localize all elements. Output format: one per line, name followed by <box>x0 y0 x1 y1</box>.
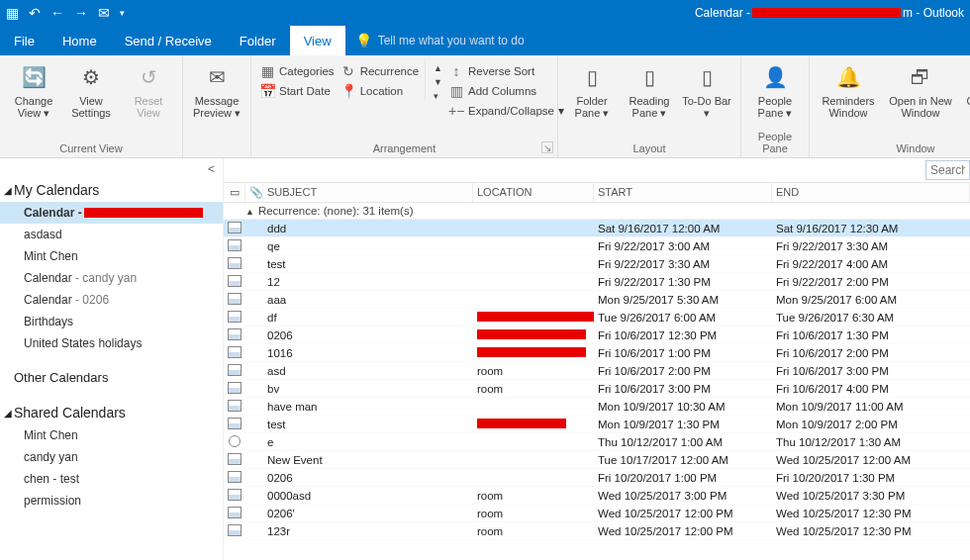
sidebar-calendar-item[interactable]: permission <box>0 490 223 512</box>
col-icon[interactable]: ▭ <box>224 183 245 202</box>
sendrecv-icon[interactable]: ✉ <box>98 5 110 21</box>
event-row[interactable]: asdroomFri 10/6/2017 2:00 PMFri 10/6/201… <box>224 362 970 380</box>
location-icon: 📍 <box>340 83 356 99</box>
tab-home[interactable]: Home <box>48 26 111 55</box>
collapse-nav-icon[interactable]: < <box>0 162 223 176</box>
sidebar-calendar-item[interactable]: candy yan <box>0 446 223 468</box>
add-columns-button[interactable]: ▥Add Columns <box>448 83 564 99</box>
col-subject[interactable]: SUBJECT <box>263 183 473 202</box>
item-type-icon <box>224 239 245 253</box>
sidebar-calendar-item[interactable]: Birthdays <box>0 311 223 332</box>
categories-button[interactable]: ▦Categories <box>259 63 335 79</box>
event-row[interactable]: 0206Fri 10/6/2017 12:30 PMFri 10/6/2017 … <box>224 327 970 344</box>
start-cell: Fri 9/22/2017 1:30 PM <box>594 276 772 288</box>
event-row[interactable]: 123rroomWed 10/25/2017 12:00 PMWed 10/25… <box>224 522 970 540</box>
sidebar-calendar-item[interactable]: Calendar - <box>0 202 223 224</box>
end-cell: Fri 9/22/2017 3:30 AM <box>772 240 970 252</box>
sidebar-calendar-item[interactable]: United States holidays <box>0 332 223 354</box>
people-pane-button[interactable]: 👤People Pane ▾ <box>749 59 801 120</box>
group-label: Layout <box>566 140 732 155</box>
bell-icon: 🔔 <box>832 61 864 93</box>
change-view-button[interactable]: 🔄 Change View ▾ <box>8 59 59 120</box>
event-row[interactable]: 0206Fri 10/20/2017 1:00 PMFri 10/20/2017… <box>224 469 970 487</box>
col-location[interactable]: LOCATION <box>473 183 594 202</box>
sidebar-calendar-item[interactable]: Mint Chen <box>0 245 223 267</box>
end-cell: Fri 10/6/2017 3:00 PM <box>772 365 970 377</box>
tell-me[interactable]: 💡 Tell me what you want to do <box>345 26 525 55</box>
event-list: dddSat 9/16/2017 12:00 AMSat 9/16/2017 1… <box>224 220 970 540</box>
dialog-launcher-icon[interactable]: ↘ <box>541 141 553 153</box>
tab-folder[interactable]: Folder <box>226 26 290 55</box>
back-icon[interactable]: ← <box>50 5 64 21</box>
item-type-icon <box>224 346 245 360</box>
event-row[interactable]: New EventTue 10/17/2017 12:00 AMWed 10/2… <box>224 451 970 469</box>
nav-section-other-calendars[interactable]: Other Calendars <box>0 364 223 389</box>
tab-sendreceive[interactable]: Send / Receive <box>111 26 226 55</box>
content-pane: ▭ 📎 SUBJECT LOCATION START END ▲Recurren… <box>224 158 970 560</box>
expand-collapse-button[interactable]: +−Expand/Collapse ▾ <box>448 103 564 119</box>
nav-section-shared-calendars[interactable]: ◢Shared Calendars <box>0 399 223 424</box>
col-start[interactable]: START <box>594 183 772 202</box>
event-row[interactable]: dfTue 9/26/2017 6:00 AMTue 9/26/2017 6:3… <box>224 309 970 327</box>
todo-bar-button[interactable]: ▯To-Do Bar ▾ <box>681 59 732 120</box>
expand-icon: +− <box>448 103 464 119</box>
reading-pane-icon: ▯ <box>633 61 665 93</box>
sidebar-calendar-item[interactable]: Calendar - candy yan <box>0 267 223 289</box>
forward-icon[interactable]: → <box>74 5 88 21</box>
sidebar-calendar-item[interactable]: Calendar - 0206 <box>0 289 223 311</box>
item-type-icon <box>224 507 245 520</box>
subject-cell: 0000asd <box>263 490 473 502</box>
reminders-window-button[interactable]: 🔔Reminders Window <box>818 59 879 119</box>
change-view-icon: 🔄 <box>18 61 49 93</box>
event-row[interactable]: qeFri 9/22/2017 3:00 AMFri 9/22/2017 3:3… <box>224 237 970 255</box>
item-type-icon <box>224 222 245 235</box>
event-row[interactable]: bvroomFri 10/6/2017 3:00 PMFri 10/6/2017… <box>224 380 970 398</box>
ribbon: 🔄 Change View ▾ ⚙ View Settings ↺ Reset … <box>0 55 970 158</box>
end-cell: Fri 9/22/2017 2:00 PM <box>772 276 970 288</box>
event-row[interactable]: have manMon 10/9/2017 10:30 AMMon 10/9/2… <box>224 398 970 416</box>
undo-icon[interactable]: ↶ <box>29 5 41 21</box>
col-attachment[interactable]: 📎 <box>245 183 263 202</box>
sidebar-calendar-item[interactable]: asdasd <box>0 224 223 245</box>
triangle-down-icon: ▲ <box>245 207 254 217</box>
sidebar-calendar-item[interactable]: Mint Chen <box>0 424 223 446</box>
close-all-items-button[interactable]: ⊗Close All Items <box>962 59 970 119</box>
column-headers: ▭ 📎 SUBJECT LOCATION START END <box>224 182 970 203</box>
event-row[interactable]: testMon 10/9/2017 1:30 PMMon 10/9/2017 2… <box>224 416 970 433</box>
message-preview-button[interactable]: ✉ Message Preview ▾ <box>191 59 242 120</box>
tab-view[interactable]: View <box>290 26 345 55</box>
reverse-sort-button[interactable]: ↕Reverse Sort <box>448 63 564 79</box>
col-end[interactable]: END <box>772 183 970 202</box>
reset-view-button[interactable]: ↺ Reset View <box>123 59 174 119</box>
event-row[interactable]: 0206'roomWed 10/25/2017 12:00 PMWed 10/2… <box>224 505 970 522</box>
start-cell: Wed 10/25/2017 12:00 PM <box>594 525 772 537</box>
event-row[interactable]: testFri 9/22/2017 3:30 AMFri 9/22/2017 4… <box>224 255 970 273</box>
event-row[interactable]: 0000asdroomWed 10/25/2017 3:00 PMWed 10/… <box>224 487 970 505</box>
nav-section-my-calendars[interactable]: ◢My Calendars <box>0 176 223 202</box>
qat-icon[interactable]: ▦ <box>6 5 19 21</box>
start-cell: Fri 10/6/2017 2:00 PM <box>594 365 772 377</box>
recurrence-button[interactable]: ↻Recurrence <box>340 63 419 79</box>
view-settings-button[interactable]: ⚙ View Settings <box>65 59 117 119</box>
group-label <box>191 140 242 155</box>
location-button[interactable]: 📍Location <box>340 83 419 99</box>
item-type-icon <box>224 364 245 378</box>
event-row[interactable]: dddSat 9/16/2017 12:00 AMSat 9/16/2017 1… <box>224 220 970 237</box>
tab-file[interactable]: File <box>0 26 48 55</box>
start-cell: Wed 10/25/2017 12:00 PM <box>594 508 772 519</box>
event-row[interactable]: aaaMon 9/25/2017 5:30 AMMon 9/25/2017 6:… <box>224 291 970 309</box>
end-cell: Fri 10/20/2017 1:30 PM <box>772 472 970 484</box>
start-date-button[interactable]: 📅Start Date <box>259 83 335 99</box>
event-row[interactable]: eThu 10/12/2017 1:00 AMThu 10/12/2017 1:… <box>224 433 970 451</box>
folder-pane-button[interactable]: ▯Folder Pane ▾ <box>566 59 618 120</box>
group-row[interactable]: ▲Recurrence: (none): 31 item(s) <box>224 203 970 220</box>
reading-pane-button[interactable]: ▯Reading Pane ▾ <box>624 59 675 120</box>
qat-dropdown-icon[interactable]: ▾ <box>120 8 125 18</box>
search-input[interactable] <box>925 160 970 180</box>
open-new-window-button[interactable]: 🗗Open in New Window <box>885 59 956 119</box>
paperclip-icon: 📎 <box>249 186 263 198</box>
sidebar-calendar-item[interactable]: chen - test <box>0 468 223 490</box>
event-row[interactable]: 1016Fri 10/6/2017 1:00 PMFri 10/6/2017 2… <box>224 344 970 362</box>
event-row[interactable]: 12Fri 9/22/2017 1:30 PMFri 9/22/2017 2:0… <box>224 273 970 291</box>
subject-cell: bv <box>263 383 473 395</box>
